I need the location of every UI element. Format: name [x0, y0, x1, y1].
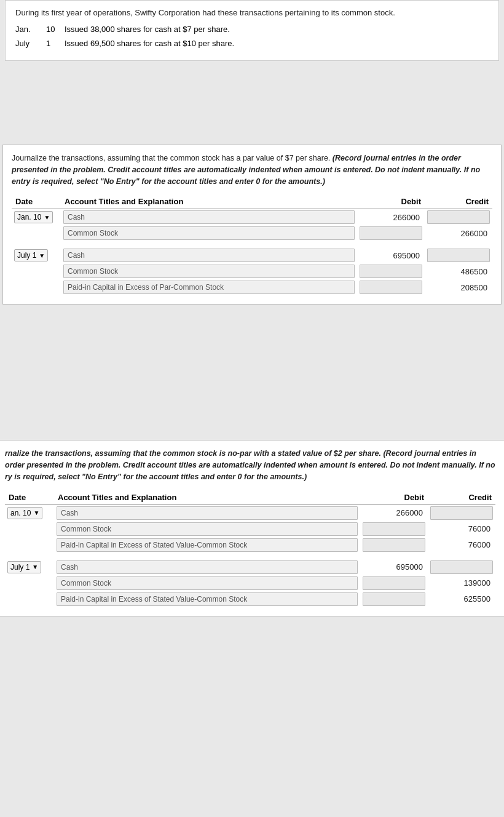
journal1-entry1-row2: 266000 — [12, 225, 492, 241]
journal2-credit-cs1: 76000 — [428, 521, 495, 537]
journal2-account-cs2[interactable] — [54, 575, 360, 591]
col-header-debit: Debit — [357, 194, 425, 209]
journal1-debit-cs1[interactable] — [357, 225, 425, 241]
account-input-cash2[interactable] — [63, 249, 355, 262]
journal1-instructions: Journalize the transactions, assuming th… — [12, 153, 492, 187]
journal1-entry2-row1: July 1 ▼ 695000 — [12, 247, 492, 263]
journal1-credit-pic1: 208500 — [425, 279, 492, 295]
j2-account-input-cash1[interactable] — [57, 506, 358, 520]
col-header-date: Date — [12, 194, 61, 209]
chevron-down-icon-4: ▼ — [32, 564, 38, 570]
date-select-july1-j2[interactable]: July 1 ▼ — [7, 561, 41, 573]
credit-value-cs1: 266000 — [427, 229, 490, 238]
date-select-an10[interactable]: an. 10 ▼ — [7, 507, 42, 519]
journal1-credit-cs2: 486500 — [425, 263, 492, 279]
journal1-account-pic1[interactable] — [61, 279, 357, 295]
j2-credit-empty-cash2[interactable] — [430, 560, 493, 574]
j2-credit-value-cs2: 139000 — [430, 578, 493, 588]
intro-section: During its first year of operations, Swi… — [5, 0, 499, 61]
credit-empty-cash1[interactable] — [427, 210, 490, 224]
journal2-debit-cs2[interactable] — [360, 575, 428, 591]
credit-empty-cash2[interactable] — [427, 249, 490, 262]
j2-account-input-cs1[interactable] — [57, 522, 358, 536]
journal2-date2-empty2 — [5, 591, 54, 607]
j2-debit-empty-cs1[interactable] — [363, 522, 425, 536]
journal2-debit-cs1[interactable] — [360, 521, 428, 537]
journal2-date1-empty2 — [5, 537, 54, 553]
date-select-july1[interactable]: July 1 ▼ — [14, 249, 48, 261]
journal2-account-pic2[interactable] — [54, 591, 360, 607]
debit-empty-cs1[interactable] — [360, 226, 422, 240]
journal2-credit-cash1[interactable] — [428, 504, 495, 521]
j2-debit-empty-cs2[interactable] — [363, 576, 425, 590]
journal1-debit-pic1[interactable] — [357, 279, 425, 295]
journal1-credit-cash2[interactable] — [425, 247, 492, 263]
debit-empty-cs2[interactable] — [360, 265, 422, 278]
journal2-debit-cash2: 695000 — [360, 559, 428, 575]
j2-credit-empty-cash1[interactable] — [430, 506, 493, 520]
journal1-date2-empty2 — [12, 279, 61, 295]
j2-credit-value-pic1: 76000 — [430, 540, 493, 549]
journal2-account-cash2[interactable] — [54, 559, 360, 575]
journal1-debit-cash1: 266000 — [357, 209, 425, 226]
account-input-cs2[interactable] — [63, 265, 355, 278]
j2-account-input-pic1[interactable] — [57, 538, 358, 552]
credit-value-pic1: 208500 — [427, 283, 490, 292]
journal2-credit-cash2[interactable] — [428, 559, 495, 575]
chevron-down-icon-3: ▼ — [33, 509, 39, 516]
journal1-credit-cash1[interactable] — [425, 209, 492, 226]
transaction-row-2: July 1 Issued 69,500 shares for cash at … — [15, 39, 489, 48]
journal1-date1[interactable]: Jan. 10 ▼ — [12, 209, 61, 226]
j2-debit-empty-pic2[interactable] — [363, 592, 425, 606]
account-input-cs1[interactable] — [63, 226, 355, 240]
j2-col-header-date: Date — [5, 490, 54, 505]
debit-empty-pic1[interactable] — [360, 281, 422, 294]
journal1-date2[interactable]: July 1 ▼ — [12, 247, 61, 263]
date-select-jan10[interactable]: Jan. 10 ▼ — [14, 211, 53, 223]
journal2-credit-pic1: 76000 — [428, 537, 495, 553]
chevron-down-icon: ▼ — [44, 214, 50, 221]
journal2-section: rnalize the transactions, assuming that … — [0, 440, 504, 616]
j2-debit-value-cash2: 695000 — [363, 562, 425, 572]
journal1-date2-empty — [12, 263, 61, 279]
journal2-credit-cs2: 139000 — [428, 575, 495, 591]
j2-debit-empty-pic1[interactable] — [363, 538, 425, 552]
j2-account-input-pic2[interactable] — [57, 592, 358, 606]
journal2-date2[interactable]: July 1 ▼ — [5, 559, 54, 575]
journal2-date1[interactable]: an. 10 ▼ — [5, 504, 54, 521]
trans-1-desc: Issued 38,000 shares for cash at $7 per … — [65, 25, 489, 34]
journal1-section: Journalize the transactions, assuming th… — [2, 145, 502, 305]
journal1-entry2-row3: 208500 — [12, 279, 492, 295]
journal2-entry2-row3: 625500 — [5, 591, 495, 607]
trans-1-day: 10 — [46, 25, 65, 34]
journal1-account-cash1[interactable] — [61, 209, 357, 226]
journal2-debit-pic1[interactable] — [360, 537, 428, 553]
journal2-account-cs1[interactable] — [54, 521, 360, 537]
journal2-date2-empty — [5, 575, 54, 591]
trans-1-month: Jan. — [15, 25, 46, 34]
journal2-debit-pic2[interactable] — [360, 591, 428, 607]
journal1-entry2-row2: 486500 — [12, 263, 492, 279]
journal2-entry1-row2: 76000 — [5, 521, 495, 537]
journal2-account-cash1[interactable] — [54, 504, 360, 521]
journal1-debit-cs2[interactable] — [357, 263, 425, 279]
spacer-row-1 — [12, 241, 492, 247]
journal1-table: Date Account Titles and Explanation Debi… — [12, 194, 492, 295]
spacer-1 — [0, 71, 504, 145]
journal1-account-cash2[interactable] — [61, 247, 357, 263]
intro-text: During its first year of operations, Swi… — [15, 8, 489, 17]
j2-col-header-debit: Debit — [360, 490, 428, 505]
j2-account-input-cash2[interactable] — [57, 560, 358, 574]
transaction-row-1: Jan. 10 Issued 38,000 shares for cash at… — [15, 25, 489, 34]
account-input-cash1[interactable] — [63, 210, 355, 224]
journal1-entry1-row1: Jan. 10 ▼ 266000 — [12, 209, 492, 226]
j2-col-header-account: Account Titles and Explanation — [54, 490, 360, 505]
journal1-account-cs1[interactable] — [61, 225, 357, 241]
journal2-credit-pic2: 625500 — [428, 591, 495, 607]
journal2-account-pic1[interactable] — [54, 537, 360, 553]
account-input-pic1[interactable] — [63, 281, 355, 294]
journal1-account-cs2[interactable] — [61, 263, 357, 279]
j2-account-input-cs2[interactable] — [57, 576, 358, 590]
col-header-account: Account Titles and Explanation — [61, 194, 357, 209]
journal2-debit-cash1: 266000 — [360, 504, 428, 521]
